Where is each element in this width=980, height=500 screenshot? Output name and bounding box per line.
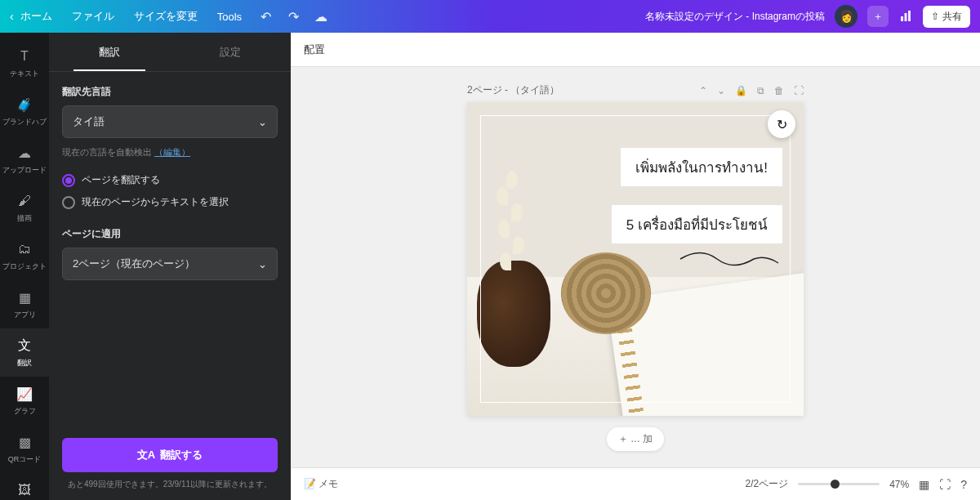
rail-projects[interactable]: 🗂プロジェクト (0, 232, 49, 280)
back-button[interactable]: ‹ (10, 10, 14, 23)
regenerate-button[interactable]: ↻ (768, 110, 795, 138)
trash-icon[interactable]: 🗑 (774, 85, 784, 96)
svg-rect-0 (901, 16, 903, 21)
svg-rect-2 (908, 11, 911, 21)
add-page-button[interactable]: ＋ … 加 (607, 427, 665, 451)
image-icon: 🖼 (16, 481, 33, 499)
fullscreen-icon[interactable]: ⛶ (939, 478, 951, 491)
top-bar: ‹ ホーム ファイル サイズを変更 Tools ↶ ↷ ☁ 名称未設定のデザイン… (0, 0, 980, 33)
radio-checked-icon (62, 174, 75, 187)
undo-icon[interactable]: ↶ (258, 9, 273, 24)
page-down-icon[interactable]: ⌄ (717, 85, 725, 96)
help-icon[interactable]: ? (960, 478, 967, 491)
page-title[interactable]: 2ページ - （タイ語） (467, 83, 559, 97)
tab-settings[interactable]: 設定 (170, 33, 291, 71)
cloud-up-icon: ☁ (16, 144, 33, 162)
text-icon: T (16, 47, 33, 65)
translate-panel: 翻訳 設定 翻訳先言語 タイ語 ⌄ 現在の言語を自動検出 （編集） ページを翻訳… (49, 33, 291, 500)
qr-icon: ▩ (16, 433, 33, 451)
rail-draw[interactable]: 🖌描画 (0, 184, 49, 232)
target-lang-label: 翻訳先言語 (62, 85, 278, 99)
swoosh-decoration[interactable] (676, 243, 782, 275)
menu-tools[interactable]: Tools (217, 11, 242, 23)
expand-page-icon[interactable]: ⛶ (794, 85, 804, 96)
chevron-down-icon: ⌄ (258, 116, 267, 128)
document-title[interactable]: 名称未設定のデザイン - Instagramの投稿 (645, 10, 825, 24)
rail-text[interactable]: Tテキスト (0, 39, 49, 87)
rail-chart[interactable]: 📈グラフ (0, 377, 49, 425)
briefcase-icon: 🧳 (16, 96, 33, 114)
radio-unchecked-icon (62, 196, 75, 209)
grid-view-icon[interactable]: ▦ (919, 478, 929, 491)
canvas-scroll[interactable]: 2ページ - （タイ語） ⌃ ⌄ 🔒 ⧉ 🗑 ⛶ (291, 67, 980, 467)
translate-icon: 文 (16, 337, 33, 355)
brush-icon: 🖌 (16, 192, 33, 210)
rail-brandhub[interactable]: 🧳ブランドハブ (0, 87, 49, 136)
zoom-value[interactable]: 47% (889, 479, 909, 490)
zoom-slider[interactable] (798, 483, 880, 485)
canvas-page[interactable]: เพิ่มพลังในการทำงาน! 5 เครื่องมือที่มีปร… (467, 102, 804, 416)
svg-rect-1 (905, 13, 907, 21)
add-member-button[interactable]: ＋ (867, 6, 889, 27)
rail-apps[interactable]: ▦アプリ (0, 280, 49, 328)
analytics-icon[interactable] (898, 9, 913, 24)
bottom-bar: 📝 メモ 2/2ページ 47% ▦ ⛶ ? (291, 467, 980, 500)
share-label: 共有 (942, 10, 962, 24)
avatar[interactable]: 👩 (835, 5, 858, 28)
target-lang-select[interactable]: タイ語 ⌄ (62, 105, 278, 138)
folder-icon: 🗂 (16, 240, 33, 258)
lock-icon[interactable]: 🔒 (735, 85, 747, 96)
rail-text-to-image[interactable]: 🖼Text to Image (0, 473, 49, 500)
radio-select-text[interactable]: 現在のページからテキストを選択 (62, 195, 278, 209)
translate-button[interactable]: 文A 翻訳する (62, 438, 278, 472)
chevron-down-icon: ⌄ (258, 258, 267, 270)
apply-page-select[interactable]: 2ページ（現在のページ） ⌄ (62, 248, 278, 280)
rail-translate[interactable]: 文翻訳 (0, 328, 49, 377)
grid-icon: ▦ (16, 288, 33, 306)
canvas-area: 配置 2ページ - （タイ語） ⌃ ⌄ 🔒 ⧉ 🗑 ⛶ (291, 33, 980, 500)
redo-icon[interactable]: ↷ (286, 9, 301, 24)
placement-label[interactable]: 配置 (304, 42, 325, 57)
edit-detect-link[interactable]: （編集） (154, 147, 190, 157)
translate-icon: 文A (137, 448, 155, 462)
rail-qr[interactable]: ▩QRコード (0, 425, 49, 473)
menu-file[interactable]: ファイル (72, 9, 114, 24)
rail-upload[interactable]: ☁アップロード (0, 136, 49, 184)
radio-translate-page[interactable]: ページを翻訳する (62, 173, 278, 187)
pager-label[interactable]: 2/2ページ (745, 477, 788, 491)
canvas-text-2[interactable]: 5 เครื่องมือที่มีประโยชน์ (612, 205, 782, 243)
apply-label: ページに適用 (62, 227, 278, 241)
memo-button[interactable]: 📝 メモ (304, 477, 338, 491)
chart-icon: 📈 (16, 385, 33, 403)
menu-resize[interactable]: サイズを変更 (134, 9, 198, 24)
side-rail: Tテキスト 🧳ブランドハブ ☁アップロード 🖌描画 🗂プロジェクト ▦アプリ 文… (0, 33, 49, 500)
canvas-text-1[interactable]: เพิ่มพลังในการทำงาน! (621, 148, 782, 186)
duplicate-icon[interactable]: ⧉ (757, 85, 764, 96)
detect-hint: 現在の言語を自動検出 （編集） (62, 146, 278, 158)
cloud-sync-icon[interactable]: ☁ (314, 9, 328, 24)
usage-hint: あと499回使用できます。23/9/11以降に更新されます。 (62, 479, 278, 490)
share-button[interactable]: ⇧ 共有 (923, 6, 970, 28)
menu-home[interactable]: ホーム (20, 9, 52, 24)
tab-translate[interactable]: 翻訳 (49, 33, 170, 71)
page-up-icon[interactable]: ⌃ (699, 85, 707, 96)
context-bar: 配置 (291, 33, 980, 67)
